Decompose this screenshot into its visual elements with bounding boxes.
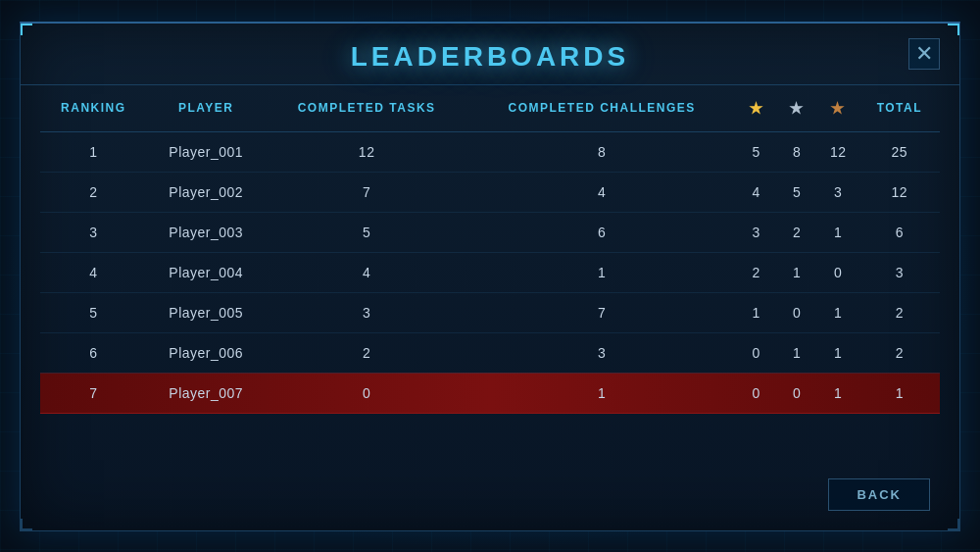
cell-challenges: 4	[468, 172, 736, 212]
cell-challenges: 7	[468, 292, 736, 332]
cell-rank: 2	[40, 172, 147, 212]
cell-total: 2	[859, 332, 940, 373]
cell-rank: 7	[40, 373, 147, 413]
cell-player: Player_003	[147, 212, 266, 252]
cell-total: 6	[859, 212, 940, 252]
cell-total: 2	[859, 292, 940, 332]
cell-rank: 1	[40, 131, 147, 172]
header-completed-challenges: COMPLETED CHALLENGES	[468, 85, 736, 132]
table-row: 6Player_006230112	[40, 332, 940, 373]
cell-total: 25	[859, 131, 940, 172]
cell-challenges: 1	[468, 252, 736, 292]
cell-bronze: 1	[817, 373, 859, 413]
cell-silver: 2	[776, 212, 817, 252]
cell-challenges: 6	[468, 212, 736, 252]
header-star-silver: ★	[776, 85, 817, 132]
cell-player: Player_002	[147, 172, 266, 212]
table-row: 1Player_001128581225	[40, 131, 940, 172]
cell-challenges: 1	[468, 373, 736, 413]
cell-rank: 5	[40, 292, 147, 332]
cell-player: Player_007	[147, 373, 266, 413]
header-player: PLAYER	[147, 85, 266, 132]
table-row: 2Player_0027445312	[40, 172, 940, 212]
table-row: 7Player_007010011	[40, 373, 940, 413]
gold-star-icon: ★	[749, 100, 764, 117]
leaderboard-modal: LEADERBOARDS ✕ RANKING PLAYER COMPLETED …	[20, 22, 960, 531]
modal-header: LEADERBOARDS ✕	[21, 24, 959, 85]
cell-total: 3	[859, 252, 940, 292]
table-row: 3Player_003563216	[40, 212, 940, 252]
leaderboard-table: RANKING PLAYER COMPLETED TASKS COMPLETED…	[40, 85, 940, 414]
table-row: 4Player_004412103	[40, 252, 940, 292]
table-header-row: RANKING PLAYER COMPLETED TASKS COMPLETED…	[40, 85, 940, 132]
table-row: 5Player_005371012	[40, 292, 940, 332]
cell-gold: 2	[736, 252, 777, 292]
cell-silver: 5	[776, 172, 817, 212]
cell-tasks: 0	[266, 373, 468, 413]
table-body: 1Player_0011285812252Player_00274453123P…	[40, 131, 940, 413]
cell-player: Player_004	[147, 252, 266, 292]
header-completed-tasks: COMPLETED TASKS	[266, 85, 468, 132]
cell-rank: 4	[40, 252, 147, 292]
bronze-star-icon: ★	[830, 100, 846, 117]
cell-silver: 1	[776, 252, 817, 292]
cell-gold: 0	[736, 373, 777, 413]
cell-bronze: 0	[817, 252, 859, 292]
cell-bronze: 3	[817, 172, 859, 212]
cell-tasks: 12	[266, 131, 468, 172]
header-total: TOTAL	[859, 85, 940, 132]
cell-gold: 5	[736, 131, 777, 172]
cell-player: Player_001	[147, 131, 266, 172]
header-star-bronze: ★	[817, 85, 859, 132]
header-star-gold: ★	[736, 85, 777, 132]
cell-tasks: 5	[266, 212, 468, 252]
cell-tasks: 3	[266, 292, 468, 332]
cell-total: 1	[859, 373, 940, 413]
modal-title: LEADERBOARDS	[351, 41, 629, 73]
cell-total: 12	[859, 172, 940, 212]
cell-tasks: 4	[266, 252, 468, 292]
cell-silver: 0	[776, 292, 817, 332]
cell-gold: 3	[736, 212, 777, 252]
cell-silver: 0	[776, 373, 817, 413]
cell-silver: 1	[776, 332, 817, 373]
cell-gold: 1	[736, 292, 777, 332]
cell-challenges: 8	[468, 131, 736, 172]
cell-rank: 6	[40, 332, 147, 373]
cell-bronze: 1	[817, 332, 859, 373]
cell-bronze: 1	[817, 212, 859, 252]
cell-bronze: 12	[817, 131, 859, 172]
cell-tasks: 7	[266, 172, 468, 212]
cell-bronze: 1	[817, 292, 859, 332]
cell-gold: 4	[736, 172, 777, 212]
back-button[interactable]: BACK	[828, 478, 930, 511]
cell-player: Player_005	[147, 292, 266, 332]
cell-rank: 3	[40, 212, 147, 252]
cell-silver: 8	[776, 131, 817, 172]
cell-challenges: 3	[468, 332, 736, 373]
close-button[interactable]: ✕	[908, 38, 940, 70]
cell-gold: 0	[736, 332, 777, 373]
leaderboard-table-container: RANKING PLAYER COMPLETED TASKS COMPLETED…	[21, 85, 959, 414]
cell-tasks: 2	[266, 332, 468, 373]
silver-star-icon: ★	[789, 100, 805, 117]
header-ranking: RANKING	[40, 85, 147, 132]
cell-player: Player_006	[147, 332, 266, 373]
